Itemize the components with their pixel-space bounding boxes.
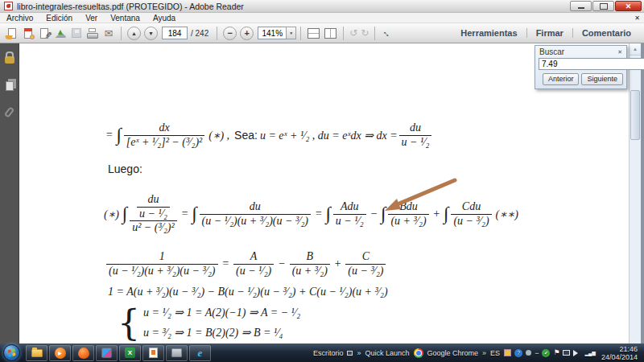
chrome-icon[interactable]: [414, 348, 423, 358]
menu-archivo[interactable]: Archivo: [0, 14, 39, 23]
zoom-out-icon: −: [228, 28, 233, 38]
arrow-head: [385, 199, 401, 211]
excel-icon: X: [125, 348, 135, 358]
taskbar-button-avast[interactable]: [72, 345, 94, 361]
desktop-toolbar-label[interactable]: Escritorio: [313, 349, 344, 357]
search-next-button[interactable]: Siguiente: [581, 73, 623, 85]
tools-panel-button[interactable]: Herramientas: [452, 28, 526, 38]
window-border: [641, 43, 644, 343]
action-center-flag-icon[interactable]: ⚑: [553, 349, 559, 356]
gray-app-icon: [171, 348, 182, 357]
annotation-arrow[interactable]: [378, 177, 459, 216]
arrow-shaft: [399, 180, 455, 204]
quick-launch-label[interactable]: Quick Launch: [365, 349, 410, 357]
tray-notes-icon[interactable]: [504, 349, 511, 356]
menu-bar: Archivo Edición Ver Ventana Ayuda ✕: [0, 13, 644, 23]
previous-page-button[interactable]: ▲: [127, 27, 141, 40]
scrollbar-thumb[interactable]: [630, 90, 640, 140]
sea-label: Sea:: [234, 129, 258, 142]
chrome-label[interactable]: Google Chrome: [427, 349, 479, 357]
title-bar: libro-integrales-resueltas.pdf (PROTEGID…: [0, 0, 644, 13]
chevron-expand-icon[interactable]: »: [357, 349, 361, 357]
tray-hidden-icons[interactable]: −: [535, 349, 539, 357]
taskbar-button-media-player[interactable]: ▶: [49, 345, 71, 361]
taskbar-button-document[interactable]: [142, 345, 164, 361]
network-icon[interactable]: [563, 350, 570, 356]
chevron-expand-icon[interactable]: »: [482, 349, 486, 357]
menu-ayuda[interactable]: Ayuda: [147, 14, 182, 23]
volume-icon[interactable]: [573, 350, 581, 356]
taskbar-button-codec-app[interactable]: [96, 345, 118, 361]
window-title: libro-integrales-resueltas.pdf (PROTEGID…: [17, 2, 244, 11]
search-input[interactable]: [539, 58, 644, 70]
taskbar-button-internet-explorer[interactable]: e: [189, 345, 211, 361]
clock-date: 24/04/2014: [601, 353, 638, 361]
print-icon[interactable]: [85, 26, 101, 41]
minimize-button[interactable]: [570, 1, 592, 11]
previous-view-icon: ↺: [349, 27, 357, 39]
taskbar-button-explorer[interactable]: [26, 345, 47, 361]
equation-cases: { u = ¹⁄₂ ⇒ 1 = A(2)(−1) ⇒ A = − ¹⁄₂ u =…: [118, 304, 300, 343]
taskbar: ▶ X e Escritorio » Quick Launch Google C…: [0, 343, 644, 362]
vertical-scrollbar[interactable]: ▲: [629, 43, 641, 343]
page-thumbnails-icon[interactable]: [6, 81, 14, 91]
menu-ver[interactable]: Ver: [79, 14, 104, 23]
start-button[interactable]: [3, 344, 20, 361]
signal-bars-icon[interactable]: ▂▄▆: [584, 350, 595, 356]
zoom-level-input[interactable]: [258, 27, 287, 39]
play-icon: ▶: [55, 348, 66, 359]
fullscreen-icon[interactable]: ↔: [379, 26, 395, 41]
taskbar-clock[interactable]: 21:46 24/04/2014: [600, 345, 641, 361]
page-number-input[interactable]: [162, 27, 188, 39]
tray-help-icon[interactable]: ?: [514, 349, 522, 357]
chevron-down-icon: ▼: [289, 31, 293, 35]
document-close-icon[interactable]: ✕: [634, 14, 640, 22]
luego-label: Luego:: [108, 162, 142, 175]
cases-brace: {: [118, 304, 140, 343]
search-previous-button[interactable]: Anterior: [543, 73, 580, 85]
maximize-button[interactable]: [592, 1, 614, 11]
taskbar-button-excel[interactable]: X: [119, 345, 141, 361]
save-icon: [68, 26, 85, 41]
desktop-icon: [347, 351, 353, 356]
scroll-up-icon[interactable]: ▲: [630, 43, 641, 56]
toolbar: ✎ ☁ ✉ ▲ ▼ / 242 − + ▼ ↺ ↻ ↔ Herramientas…: [0, 23, 644, 43]
equation-line-1: = ∫ dx[eˣ + ¹⁄₂]² − (³⁄₂)² (∗) , Sea: u …: [103, 114, 433, 156]
search-panel-title: Buscar: [539, 47, 564, 56]
create-pdf-icon[interactable]: [20, 26, 36, 41]
tray-status-icon[interactable]: [526, 350, 531, 356]
email-icon[interactable]: ✉: [101, 26, 117, 41]
avast-icon: [78, 348, 89, 359]
internet-explorer-icon: e: [198, 347, 203, 360]
zoom-in-button[interactable]: +: [240, 27, 254, 40]
open-file-icon[interactable]: [4, 26, 20, 41]
case-row-2: u = ³⁄₂ ⇒ 1 = B(2)(2) ⇒ B = ¹⁄₄: [143, 326, 300, 339]
close-button[interactable]: ✕: [615, 1, 642, 11]
sign-document-icon[interactable]: ✎: [36, 26, 52, 41]
tray-antivirus-icon[interactable]: ✔: [542, 349, 550, 357]
windows-flag-icon: [7, 348, 15, 357]
zoom-dropdown-button[interactable]: ▼: [286, 27, 296, 39]
equation-line-3: 1(u − ¹⁄₂)(u + ³⁄₂)(u − ³⁄₂) = A(u − ¹⁄₂…: [105, 248, 387, 280]
search-close-icon[interactable]: ✕: [617, 49, 622, 56]
zoom-out-button[interactable]: −: [223, 27, 237, 40]
codec-app-icon: [101, 348, 112, 358]
page-down-icon: ▼: [148, 31, 154, 36]
taskbar-button-app[interactable]: [166, 345, 188, 361]
page-view-icon[interactable]: [324, 28, 336, 39]
comment-panel-button[interactable]: Comentario: [572, 28, 640, 38]
sign-panel-button[interactable]: Firmar: [526, 28, 572, 38]
language-indicator[interactable]: ES: [490, 349, 500, 357]
security-lock-icon[interactable]: [5, 56, 14, 64]
adobe-reader-icon: [4, 2, 13, 10]
navigation-sidebar: [0, 43, 19, 343]
system-tray: ? − ✔ ⚑ ▂▄▆: [504, 349, 596, 357]
menu-ventana[interactable]: Ventana: [104, 14, 147, 23]
upload-cloud-icon[interactable]: ☁: [52, 26, 68, 41]
scroll-view-icon[interactable]: [308, 28, 320, 39]
search-panel: Buscar ✕ ▼ Anterior Siguiente: [535, 45, 627, 89]
menu-edicion[interactable]: Edición: [39, 14, 79, 23]
attachments-icon[interactable]: [4, 106, 15, 118]
next-page-button[interactable]: ▼: [144, 27, 158, 40]
next-view-icon: ↻: [361, 27, 369, 39]
